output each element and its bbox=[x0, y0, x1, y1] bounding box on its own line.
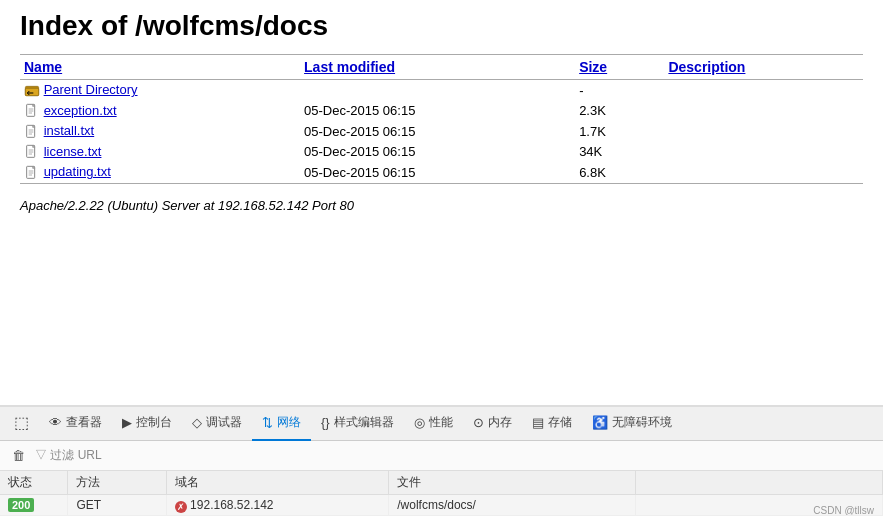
file-icon bbox=[24, 123, 44, 138]
table-row: updating.txt 05-Dec-2015 06:15 6.8K bbox=[20, 162, 863, 183]
parent-modified bbox=[300, 80, 575, 101]
file-modified: 05-Dec-2015 06:15 bbox=[300, 142, 575, 163]
file-modified: 05-Dec-2015 06:15 bbox=[300, 101, 575, 122]
col-name[interactable]: Name bbox=[20, 55, 300, 80]
server-footer: Apache/2.2.22 (Ubuntu) Server at 192.168… bbox=[20, 194, 863, 213]
table-row: Parent Directory - bbox=[20, 80, 863, 101]
back-icon bbox=[24, 82, 44, 97]
file-icon bbox=[24, 144, 44, 159]
file-link[interactable]: license.txt bbox=[44, 144, 102, 159]
file-size: 2.3K bbox=[575, 101, 664, 122]
table-row: install.txt 05-Dec-2015 06:15 1.7K bbox=[20, 121, 863, 142]
file-link[interactable]: updating.txt bbox=[44, 164, 111, 179]
file-size: 34K bbox=[575, 142, 664, 163]
file-desc bbox=[664, 162, 863, 183]
file-icon bbox=[24, 103, 44, 118]
svg-rect-1 bbox=[25, 88, 38, 95]
table-row: license.txt 05-Dec-2015 06:15 34K bbox=[20, 142, 863, 163]
file-modified: 05-Dec-2015 06:15 bbox=[300, 162, 575, 183]
parent-size: - bbox=[575, 80, 664, 101]
file-desc bbox=[664, 142, 863, 163]
file-modified: 05-Dec-2015 06:15 bbox=[300, 121, 575, 142]
file-icon bbox=[24, 164, 44, 179]
file-link[interactable]: install.txt bbox=[44, 123, 95, 138]
file-desc bbox=[664, 101, 863, 122]
col-description[interactable]: Description bbox=[664, 55, 863, 80]
col-last-modified[interactable]: Last modified bbox=[300, 55, 575, 80]
parent-desc bbox=[664, 80, 863, 101]
parent-dir-link[interactable]: Parent Directory bbox=[44, 82, 138, 97]
file-link[interactable]: exception.txt bbox=[44, 103, 117, 118]
table-row: exception.txt 05-Dec-2015 06:15 2.3K bbox=[20, 101, 863, 122]
file-size: 1.7K bbox=[575, 121, 664, 142]
col-size[interactable]: Size bbox=[575, 55, 664, 80]
file-size: 6.8K bbox=[575, 162, 664, 183]
page-title: Index of /wolfcms/docs bbox=[20, 10, 863, 42]
file-desc bbox=[664, 121, 863, 142]
